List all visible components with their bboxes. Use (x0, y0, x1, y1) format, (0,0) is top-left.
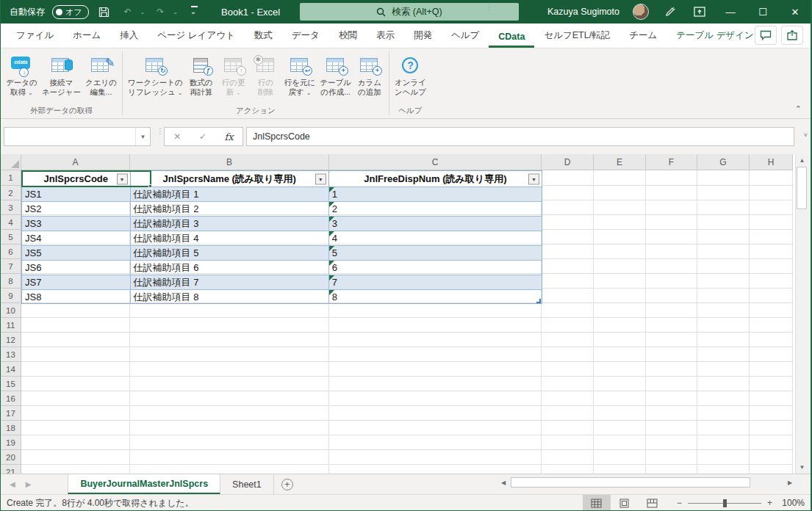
vertical-scroll-thumb[interactable] (797, 167, 807, 209)
row-header-12[interactable]: 12 (1, 333, 21, 347)
ribbon-tab-校閲[interactable]: 校閲 (329, 24, 367, 48)
row-header-2[interactable]: 2 (1, 186, 21, 200)
row-header-21[interactable]: 21 (1, 465, 21, 474)
cell-A6[interactable]: JS5 (22, 246, 131, 260)
sheet-tab-Sheet1[interactable]: Sheet1 (220, 474, 274, 494)
cell-B7[interactable]: 仕訳補助項目 6 (131, 261, 329, 275)
row-header-19[interactable]: 19 (1, 435, 21, 450)
cell-B4[interactable]: 仕訳補助項目 3 (131, 217, 329, 231)
row-header-18[interactable]: 18 (1, 421, 21, 435)
ribbon-tab-ページ レイアウト[interactable]: ページ レイアウト (148, 24, 245, 48)
row-header-8[interactable]: 8 (1, 274, 21, 289)
filter-dropdown-icon[interactable]: ▾ (528, 173, 539, 184)
connection-manager-button[interactable]: 接続マネージャー (40, 51, 83, 98)
table-header-cell[interactable]: JnlFreeDispNum (読み取り専用)▾ (329, 171, 542, 186)
close-button[interactable]: ✕ (786, 2, 805, 21)
ribbon-tab-チーム[interactable]: チーム (619, 24, 667, 48)
get-data-button[interactable]: cdata↓データの取得 ⌄ (4, 51, 40, 99)
share-button[interactable] (781, 26, 803, 45)
ribbon-tab-表示[interactable]: 表示 (367, 24, 404, 48)
column-header-A[interactable]: A (21, 154, 130, 170)
zoom-level[interactable]: 100% (777, 498, 806, 508)
row-header-3[interactable]: 3 (1, 200, 21, 215)
row-header-6[interactable]: 6 (1, 244, 21, 259)
table-resize-handle[interactable] (536, 299, 541, 303)
save-icon[interactable] (96, 4, 112, 20)
sheet-nav-left-icon[interactable]: ◀ (10, 480, 15, 488)
cell-A8[interactable]: JS7 (22, 275, 131, 289)
ink-pen-icon[interactable] (662, 4, 678, 20)
row-header-20[interactable]: 20 (1, 450, 21, 465)
filter-dropdown-icon[interactable]: ▾ (315, 173, 326, 184)
ribbon-tab-ファイル[interactable]: ファイル (7, 24, 63, 48)
ribbon-tab-数式[interactable]: 数式 (245, 24, 282, 48)
cell-A5[interactable]: JS4 (22, 231, 131, 245)
customize-qat-icon[interactable]: ⌄ (185, 4, 201, 20)
minimize-button[interactable]: — (721, 2, 740, 21)
scroll-left-icon[interactable]: ◀ (497, 476, 509, 489)
row-header-4[interactable]: 4 (1, 215, 21, 230)
cell-C7[interactable]: 6 (329, 261, 542, 275)
cell-A3[interactable]: JS2 (22, 202, 131, 216)
cell-C8[interactable]: 7 (329, 275, 542, 289)
ribbon-tab-データ[interactable]: データ (282, 24, 329, 48)
autosave-toggle[interactable]: オフ (52, 5, 89, 19)
sheet-bar-resize-handle[interactable]: ⋮ (486, 5, 493, 9)
row-header-5[interactable]: 5 (1, 230, 21, 244)
enter-icon[interactable]: ✓ (199, 131, 206, 142)
page-break-preview-button[interactable] (639, 495, 667, 511)
cell-C6[interactable]: 5 (329, 246, 542, 260)
revert-rows-button[interactable]: ↩行を元に戻す ⌄ (282, 51, 318, 99)
page-layout-view-button[interactable] (611, 495, 639, 511)
collapse-ribbon-icon[interactable]: ⌃ (795, 104, 802, 114)
create-table-button[interactable]: +テーブルの作成... (317, 51, 353, 98)
cell-B8[interactable]: 仕訳補助項目 7 (131, 275, 329, 289)
sheet-nav-right-icon[interactable]: ▶ (26, 480, 32, 488)
online-help-button[interactable]: ?オンラインヘルプ (392, 51, 428, 98)
ribbon-display-options-icon[interactable] (691, 4, 708, 20)
cell-C5[interactable]: 4 (329, 231, 542, 245)
edit-query-button[interactable]: ✎クエリの編集... (83, 51, 119, 98)
cell-B5[interactable]: 仕訳補助項目 4 (131, 231, 329, 245)
cell-B6[interactable]: 仕訳補助項目 5 (131, 246, 329, 260)
horizontal-scrollbar[interactable]: ◀ ▶ (497, 476, 803, 489)
redo-icon[interactable]: ↷ (152, 4, 168, 20)
cell-C9[interactable]: 8 (329, 290, 542, 304)
row-header-9[interactable]: 9 (1, 289, 21, 303)
name-box[interactable]: ▼ (4, 127, 151, 146)
table-header-cell[interactable]: JnlSpcrsName (読み取り専用)▾ (131, 171, 329, 186)
sheet-tab-BuyerJournalMasterJnlSpcrs[interactable]: BuyerJournalMasterJnlSpcrs (68, 474, 220, 494)
row-header-11[interactable]: 11 (1, 318, 21, 333)
cell-B9[interactable]: 仕訳補助項目 8 (131, 290, 329, 304)
cell-C3[interactable]: 2 (329, 202, 542, 216)
scroll-right-icon[interactable]: ▶ (784, 476, 796, 489)
column-header-C[interactable]: C (329, 154, 542, 170)
normal-view-button[interactable] (583, 495, 611, 511)
undo-icon[interactable]: ↶ (120, 4, 136, 20)
table-header-cell[interactable]: JnlSpcrsCode▾ (22, 171, 131, 186)
ribbon-tab-CData[interactable]: CData (489, 26, 534, 48)
cell-C2[interactable]: 1 (329, 187, 542, 201)
column-header-F[interactable]: F (646, 154, 697, 170)
row-header-1[interactable]: 1 (1, 170, 21, 186)
select-all-corner[interactable] (1, 154, 21, 170)
formula-bar-resize-handle[interactable]: ⋮ (157, 129, 164, 134)
row-header-10[interactable]: 10 (1, 303, 21, 318)
redo-caret-icon[interactable]: ⌄ (173, 9, 178, 15)
ribbon-tab-ヘルプ[interactable]: ヘルプ (442, 24, 489, 48)
avatar[interactable] (633, 4, 649, 20)
scroll-down-icon[interactable]: ▼ (796, 461, 808, 474)
ribbon-tab-開発[interactable]: 開発 (404, 24, 442, 48)
cell-A7[interactable]: JS6 (22, 261, 131, 275)
row-header-14[interactable]: 14 (1, 362, 21, 377)
row-header-17[interactable]: 17 (1, 406, 21, 421)
ribbon-tab-ホーム[interactable]: ホーム (63, 24, 110, 48)
maximize-button[interactable]: ☐ (753, 2, 772, 21)
row-header-7[interactable]: 7 (1, 259, 21, 274)
cell-A9[interactable]: JS8 (22, 290, 131, 304)
zoom-in-icon[interactable]: + (767, 498, 772, 508)
cell-C4[interactable]: 3 (329, 217, 542, 231)
ribbon-tab-セルフETL/転記[interactable]: セルフETL/転記 (534, 24, 619, 48)
cancel-icon[interactable]: ✕ (173, 131, 181, 142)
zoom-slider-handle[interactable] (723, 499, 727, 507)
